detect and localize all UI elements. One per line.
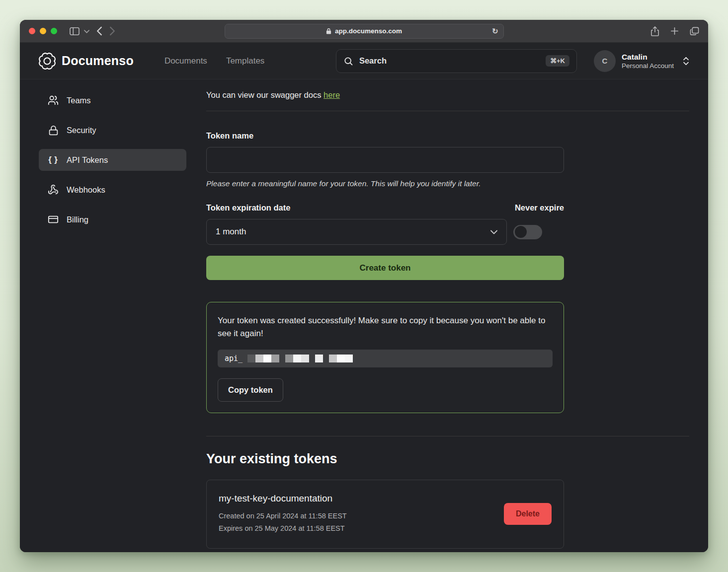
credit-card-icon [47, 214, 59, 225]
brand-logo[interactable]: Documenso [39, 53, 134, 70]
account-type: Personal Account [622, 62, 674, 70]
zoom-window-button[interactable] [51, 28, 57, 34]
url-bar[interactable]: app.documenso.com ↻ [225, 24, 504, 39]
expiration-select[interactable]: 1 month [206, 219, 507, 245]
reload-icon[interactable]: ↻ [492, 27, 498, 36]
sidebar-item-label: Teams [67, 96, 91, 105]
token-created-date: Created on 25 April 2024 at 11:58 EEST [219, 510, 347, 522]
sidebar-item-security[interactable]: Security [39, 119, 186, 141]
expiration-selected-value: 1 month [216, 227, 246, 237]
share-icon[interactable] [650, 26, 659, 36]
app-root: Documenso Documents Templates Search ⌘+K… [20, 43, 708, 552]
token-prefix: api_ [225, 354, 243, 363]
token-name-input[interactable] [206, 147, 564, 173]
token-name: my-test-key-documentation [219, 493, 347, 504]
existing-tokens-heading: Your existing tokens [206, 451, 689, 467]
swagger-docs-link[interactable]: here [324, 90, 340, 99]
api-tokens-page: You can view our swagger docs here Token… [206, 86, 689, 549]
copy-token-button[interactable]: Copy token [218, 378, 283, 402]
close-window-button[interactable] [29, 28, 35, 34]
nav-documents[interactable]: Documents [164, 56, 207, 66]
sidebar-item-label: Billing [67, 215, 88, 224]
sidebar-toggle-icon[interactable] [69, 27, 80, 36]
token-expires-date: Expires on 25 May 2024 at 11:58 EEST [219, 522, 347, 535]
braces-icon: { } [47, 155, 59, 165]
tab-overview-icon[interactable] [690, 27, 699, 36]
swagger-docs-line: You can view our swagger docs here [206, 90, 689, 100]
divider [206, 111, 689, 111]
token-created-message: Your token was created successfully! Mak… [218, 314, 553, 340]
ssl-lock-icon [326, 28, 331, 34]
nav-templates[interactable]: Templates [226, 56, 264, 66]
sidebar-item-teams[interactable]: Teams [39, 89, 186, 111]
avatar: C [594, 50, 616, 72]
create-token-button[interactable]: Create token [206, 256, 564, 280]
account-menu[interactable]: C Catalin Personal Account [594, 50, 689, 72]
never-expire-toggle[interactable] [513, 225, 542, 239]
documenso-logo-icon [39, 53, 56, 70]
settings-sidebar: Teams Security { } API Tokens Webhoo [39, 86, 186, 549]
sidebar-item-label: API Tokens [67, 155, 108, 165]
traffic-lights [29, 28, 57, 34]
token-value-field[interactable]: api_ [218, 350, 553, 367]
token-expiration-label: Token expiration date [206, 203, 290, 213]
sidebar-item-label: Webhooks [67, 185, 105, 195]
account-name: Catalin [622, 52, 674, 62]
chevron-down-icon[interactable] [84, 29, 89, 33]
token-name-help: Please enter a meaningful name for your … [206, 179, 564, 188]
divider [206, 436, 689, 436]
sidebar-item-webhooks[interactable]: Webhooks [39, 179, 186, 201]
forward-button[interactable] [109, 26, 115, 36]
never-expire-label: Never expire [515, 203, 564, 213]
browser-window: app.documenso.com ↻ [20, 20, 708, 552]
brand-name: Documenso [62, 54, 134, 68]
main-nav: Documents Templates [164, 56, 264, 66]
new-tab-icon[interactable] [670, 27, 679, 35]
delete-token-button[interactable]: Delete [504, 503, 552, 525]
existing-token-card: my-test-key-documentation Created on 25 … [206, 480, 564, 549]
redacted-token-value [247, 355, 353, 362]
sidebar-item-api-tokens[interactable]: { } API Tokens [39, 149, 186, 171]
toggle-knob [515, 226, 527, 238]
webhook-icon [47, 184, 59, 195]
token-name-label: Token name [206, 131, 564, 141]
chevron-up-down-icon [683, 57, 689, 66]
token-created-panel: Your token was created successfully! Mak… [206, 302, 564, 413]
chevron-down-icon [490, 230, 497, 234]
search-input[interactable]: Search ⌘+K [336, 49, 577, 73]
search-label: Search [359, 56, 387, 66]
users-icon [47, 95, 59, 106]
back-button[interactable] [96, 26, 102, 36]
minimize-window-button[interactable] [40, 28, 46, 34]
lock-icon [47, 125, 59, 136]
sidebar-item-billing[interactable]: Billing [39, 209, 186, 230]
search-icon [343, 56, 353, 66]
browser-chrome: app.documenso.com ↻ [20, 20, 708, 43]
sidebar-item-label: Security [67, 126, 96, 135]
search-shortcut-badge: ⌘+K [546, 55, 569, 67]
url-text: app.documenso.com [335, 27, 402, 35]
app-header: Documenso Documents Templates Search ⌘+K… [20, 43, 708, 79]
